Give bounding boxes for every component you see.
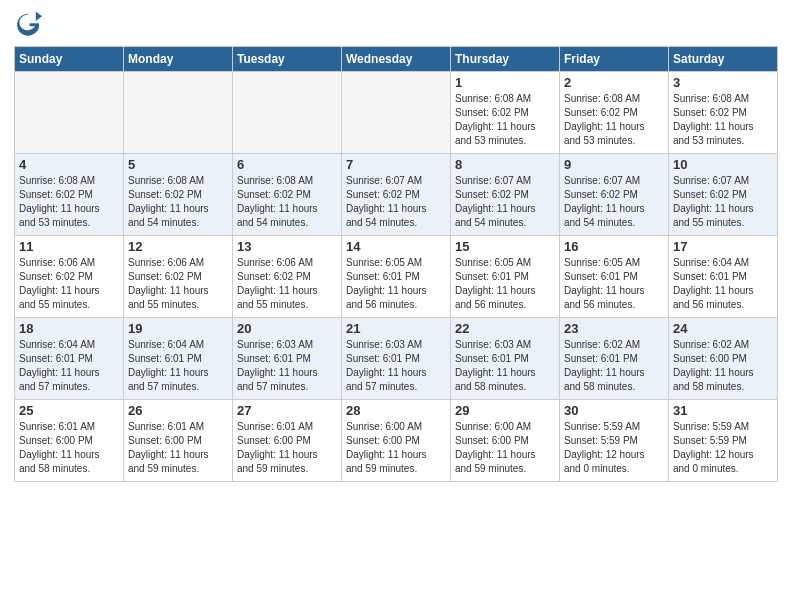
weekday-header-friday: Friday bbox=[560, 47, 669, 72]
day-info: Sunrise: 6:08 AM Sunset: 6:02 PM Dayligh… bbox=[673, 92, 773, 148]
day-number: 8 bbox=[455, 157, 555, 172]
day-number: 24 bbox=[673, 321, 773, 336]
day-info: Sunrise: 6:08 AM Sunset: 6:02 PM Dayligh… bbox=[455, 92, 555, 148]
calendar-cell bbox=[124, 72, 233, 154]
day-info: Sunrise: 6:08 AM Sunset: 6:02 PM Dayligh… bbox=[128, 174, 228, 230]
day-number: 25 bbox=[19, 403, 119, 418]
day-number: 3 bbox=[673, 75, 773, 90]
day-number: 18 bbox=[19, 321, 119, 336]
day-number: 9 bbox=[564, 157, 664, 172]
calendar-cell: 20Sunrise: 6:03 AM Sunset: 6:01 PM Dayli… bbox=[233, 318, 342, 400]
day-info: Sunrise: 6:04 AM Sunset: 6:01 PM Dayligh… bbox=[19, 338, 119, 394]
day-number: 23 bbox=[564, 321, 664, 336]
calendar-cell: 1Sunrise: 6:08 AM Sunset: 6:02 PM Daylig… bbox=[451, 72, 560, 154]
day-info: Sunrise: 6:01 AM Sunset: 6:00 PM Dayligh… bbox=[19, 420, 119, 476]
day-info: Sunrise: 6:06 AM Sunset: 6:02 PM Dayligh… bbox=[128, 256, 228, 312]
calendar-cell: 28Sunrise: 6:00 AM Sunset: 6:00 PM Dayli… bbox=[342, 400, 451, 482]
calendar-cell: 13Sunrise: 6:06 AM Sunset: 6:02 PM Dayli… bbox=[233, 236, 342, 318]
calendar-cell: 14Sunrise: 6:05 AM Sunset: 6:01 PM Dayli… bbox=[342, 236, 451, 318]
day-info: Sunrise: 6:01 AM Sunset: 6:00 PM Dayligh… bbox=[237, 420, 337, 476]
day-info: Sunrise: 6:07 AM Sunset: 6:02 PM Dayligh… bbox=[673, 174, 773, 230]
day-info: Sunrise: 6:02 AM Sunset: 6:00 PM Dayligh… bbox=[673, 338, 773, 394]
calendar-cell: 19Sunrise: 6:04 AM Sunset: 6:01 PM Dayli… bbox=[124, 318, 233, 400]
day-number: 20 bbox=[237, 321, 337, 336]
day-info: Sunrise: 6:02 AM Sunset: 6:01 PM Dayligh… bbox=[564, 338, 664, 394]
day-number: 15 bbox=[455, 239, 555, 254]
logo bbox=[14, 10, 46, 38]
calendar-cell bbox=[15, 72, 124, 154]
calendar-cell: 7Sunrise: 6:07 AM Sunset: 6:02 PM Daylig… bbox=[342, 154, 451, 236]
calendar-cell: 21Sunrise: 6:03 AM Sunset: 6:01 PM Dayli… bbox=[342, 318, 451, 400]
day-number: 2 bbox=[564, 75, 664, 90]
calendar-cell: 22Sunrise: 6:03 AM Sunset: 6:01 PM Dayli… bbox=[451, 318, 560, 400]
calendar-cell bbox=[342, 72, 451, 154]
day-info: Sunrise: 5:59 AM Sunset: 5:59 PM Dayligh… bbox=[673, 420, 773, 476]
calendar-cell: 5Sunrise: 6:08 AM Sunset: 6:02 PM Daylig… bbox=[124, 154, 233, 236]
calendar-cell: 29Sunrise: 6:00 AM Sunset: 6:00 PM Dayli… bbox=[451, 400, 560, 482]
day-info: Sunrise: 6:05 AM Sunset: 6:01 PM Dayligh… bbox=[564, 256, 664, 312]
calendar-cell: 25Sunrise: 6:01 AM Sunset: 6:00 PM Dayli… bbox=[15, 400, 124, 482]
calendar-week-row: 1Sunrise: 6:08 AM Sunset: 6:02 PM Daylig… bbox=[15, 72, 778, 154]
day-number: 5 bbox=[128, 157, 228, 172]
header bbox=[14, 10, 778, 38]
day-number: 14 bbox=[346, 239, 446, 254]
calendar-cell: 23Sunrise: 6:02 AM Sunset: 6:01 PM Dayli… bbox=[560, 318, 669, 400]
calendar-cell: 8Sunrise: 6:07 AM Sunset: 6:02 PM Daylig… bbox=[451, 154, 560, 236]
calendar-cell: 17Sunrise: 6:04 AM Sunset: 6:01 PM Dayli… bbox=[669, 236, 778, 318]
calendar-cell: 2Sunrise: 6:08 AM Sunset: 6:02 PM Daylig… bbox=[560, 72, 669, 154]
day-number: 4 bbox=[19, 157, 119, 172]
calendar-table: SundayMondayTuesdayWednesdayThursdayFrid… bbox=[14, 46, 778, 482]
calendar-cell: 4Sunrise: 6:08 AM Sunset: 6:02 PM Daylig… bbox=[15, 154, 124, 236]
calendar-week-row: 25Sunrise: 6:01 AM Sunset: 6:00 PM Dayli… bbox=[15, 400, 778, 482]
day-number: 10 bbox=[673, 157, 773, 172]
day-info: Sunrise: 6:03 AM Sunset: 6:01 PM Dayligh… bbox=[455, 338, 555, 394]
calendar-week-row: 4Sunrise: 6:08 AM Sunset: 6:02 PM Daylig… bbox=[15, 154, 778, 236]
day-number: 19 bbox=[128, 321, 228, 336]
calendar-cell: 18Sunrise: 6:04 AM Sunset: 6:01 PM Dayli… bbox=[15, 318, 124, 400]
day-info: Sunrise: 6:00 AM Sunset: 6:00 PM Dayligh… bbox=[455, 420, 555, 476]
calendar-cell: 15Sunrise: 6:05 AM Sunset: 6:01 PM Dayli… bbox=[451, 236, 560, 318]
day-info: Sunrise: 6:05 AM Sunset: 6:01 PM Dayligh… bbox=[346, 256, 446, 312]
weekday-header-thursday: Thursday bbox=[451, 47, 560, 72]
day-info: Sunrise: 5:59 AM Sunset: 5:59 PM Dayligh… bbox=[564, 420, 664, 476]
day-info: Sunrise: 6:07 AM Sunset: 6:02 PM Dayligh… bbox=[455, 174, 555, 230]
day-number: 30 bbox=[564, 403, 664, 418]
calendar-week-row: 11Sunrise: 6:06 AM Sunset: 6:02 PM Dayli… bbox=[15, 236, 778, 318]
calendar-cell bbox=[233, 72, 342, 154]
weekday-header-saturday: Saturday bbox=[669, 47, 778, 72]
calendar-week-row: 18Sunrise: 6:04 AM Sunset: 6:01 PM Dayli… bbox=[15, 318, 778, 400]
day-number: 1 bbox=[455, 75, 555, 90]
day-number: 13 bbox=[237, 239, 337, 254]
calendar-cell: 11Sunrise: 6:06 AM Sunset: 6:02 PM Dayli… bbox=[15, 236, 124, 318]
calendar-cell: 24Sunrise: 6:02 AM Sunset: 6:00 PM Dayli… bbox=[669, 318, 778, 400]
day-info: Sunrise: 6:03 AM Sunset: 6:01 PM Dayligh… bbox=[237, 338, 337, 394]
day-number: 31 bbox=[673, 403, 773, 418]
day-number: 26 bbox=[128, 403, 228, 418]
day-number: 17 bbox=[673, 239, 773, 254]
day-info: Sunrise: 6:03 AM Sunset: 6:01 PM Dayligh… bbox=[346, 338, 446, 394]
calendar-cell: 10Sunrise: 6:07 AM Sunset: 6:02 PM Dayli… bbox=[669, 154, 778, 236]
weekday-header-row: SundayMondayTuesdayWednesdayThursdayFrid… bbox=[15, 47, 778, 72]
calendar-cell: 3Sunrise: 6:08 AM Sunset: 6:02 PM Daylig… bbox=[669, 72, 778, 154]
day-info: Sunrise: 6:00 AM Sunset: 6:00 PM Dayligh… bbox=[346, 420, 446, 476]
logo-icon bbox=[14, 10, 42, 38]
calendar-cell: 30Sunrise: 5:59 AM Sunset: 5:59 PM Dayli… bbox=[560, 400, 669, 482]
day-number: 11 bbox=[19, 239, 119, 254]
day-number: 21 bbox=[346, 321, 446, 336]
weekday-header-monday: Monday bbox=[124, 47, 233, 72]
day-info: Sunrise: 6:04 AM Sunset: 6:01 PM Dayligh… bbox=[128, 338, 228, 394]
page: SundayMondayTuesdayWednesdayThursdayFrid… bbox=[0, 0, 792, 612]
day-number: 16 bbox=[564, 239, 664, 254]
day-info: Sunrise: 6:01 AM Sunset: 6:00 PM Dayligh… bbox=[128, 420, 228, 476]
day-info: Sunrise: 6:05 AM Sunset: 6:01 PM Dayligh… bbox=[455, 256, 555, 312]
weekday-header-sunday: Sunday bbox=[15, 47, 124, 72]
day-info: Sunrise: 6:07 AM Sunset: 6:02 PM Dayligh… bbox=[564, 174, 664, 230]
day-info: Sunrise: 6:08 AM Sunset: 6:02 PM Dayligh… bbox=[19, 174, 119, 230]
day-number: 12 bbox=[128, 239, 228, 254]
day-number: 7 bbox=[346, 157, 446, 172]
weekday-header-tuesday: Tuesday bbox=[233, 47, 342, 72]
calendar-cell: 16Sunrise: 6:05 AM Sunset: 6:01 PM Dayli… bbox=[560, 236, 669, 318]
day-number: 22 bbox=[455, 321, 555, 336]
day-number: 27 bbox=[237, 403, 337, 418]
calendar-cell: 27Sunrise: 6:01 AM Sunset: 6:00 PM Dayli… bbox=[233, 400, 342, 482]
